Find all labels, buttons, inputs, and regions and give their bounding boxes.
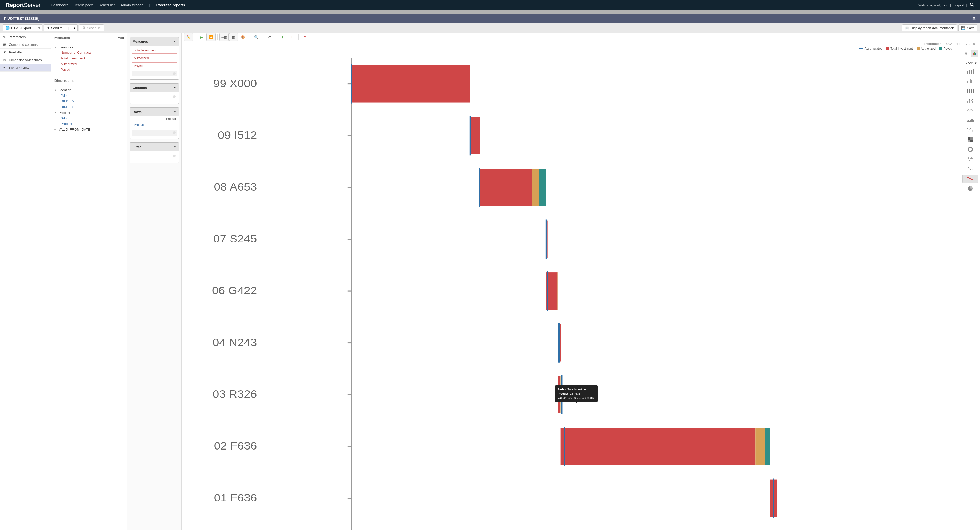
row-pill[interactable]: Product: [132, 121, 177, 128]
sidebar-item-prefilter[interactable]: ▼ Pre-Filter: [0, 49, 51, 56]
svg-point-109: [969, 168, 969, 169]
charttype-bar-icon[interactable]: [962, 67, 978, 75]
dropzone-columns[interactable]: Columns▼: [130, 83, 179, 104]
topbar: ReportServer Dashboard TeamSpace Schedul…: [0, 0, 980, 10]
svg-rect-115: [969, 178, 971, 179]
table-insert-icon[interactable]: ⇤▦: [220, 33, 229, 41]
send-to-caret[interactable]: ▾: [72, 24, 78, 31]
dropzone-empty-slot[interactable]: [132, 94, 177, 101]
svg-rect-41: [558, 272, 558, 310]
nav-scheduler[interactable]: Scheduler: [99, 3, 115, 7]
close-icon[interactable]: ✕: [972, 16, 976, 21]
charttype-stackedbar-icon[interactable]: [962, 87, 978, 95]
dropzone-header-filter[interactable]: Filter▼: [130, 143, 179, 152]
dimension-item[interactable]: Product: [54, 121, 124, 127]
dropzone-filter[interactable]: Filter▼: [130, 142, 179, 163]
topbar-right: Welcome, root, root | Logout |: [918, 2, 974, 8]
send-to-split: ⬆ Send to ... | ▾: [44, 24, 78, 31]
download-icon[interactable]: ⬇: [278, 33, 287, 41]
html-export-button[interactable]: 🌐 HTML-Export |: [3, 24, 36, 31]
svg-point-104: [968, 147, 972, 152]
svg-rect-55: [756, 428, 765, 465]
table-view-icon[interactable]: ▦: [962, 50, 969, 57]
svg-rect-88: [971, 89, 972, 93]
measure-pill[interactable]: Authorized: [132, 55, 177, 61]
play-icon[interactable]: ▶: [197, 33, 206, 41]
zoom-icon[interactable]: 🔍: [251, 33, 261, 41]
svg-rect-50: [560, 376, 560, 413]
charttype-histogram-icon[interactable]: [962, 77, 978, 85]
charttype-dot-icon[interactable]: [962, 126, 978, 134]
dropzone-header-measures[interactable]: Measures▼: [130, 37, 179, 46]
send-to-button[interactable]: ⬆ Send to ... |: [44, 24, 72, 31]
dropzone-empty-slot[interactable]: [132, 71, 177, 77]
sidebar-item-pivot[interactable]: 👁 Pivot/Preview: [0, 64, 51, 72]
dropzone-header-columns[interactable]: Columns▼: [130, 84, 179, 92]
dimension-item[interactable]: (All): [54, 93, 124, 99]
svg-rect-80: [972, 69, 974, 73]
nav-administration[interactable]: Administration: [121, 3, 143, 7]
edit-tool-icon[interactable]: ✏️: [184, 33, 193, 41]
export-dropdown[interactable]: Export ▾: [962, 60, 978, 65]
tag-icon[interactable]: 🏷: [265, 33, 274, 41]
tree-group-location[interactable]: ▼Location: [54, 88, 124, 93]
autoplay-icon[interactable]: ⏩: [206, 33, 216, 41]
svg-rect-82: [969, 80, 969, 83]
nav-teamspace[interactable]: TeamSpace: [74, 3, 93, 7]
table-icon[interactable]: ▦: [229, 33, 238, 41]
tree-group-measures[interactable]: ▼measures: [54, 45, 124, 50]
nav-executed-reports[interactable]: Executed reports: [156, 3, 185, 7]
dimension-item[interactable]: DIM1_L2: [54, 99, 124, 104]
charttype-waterfall-icon[interactable]: [962, 175, 978, 183]
charttype-area-icon[interactable]: [962, 116, 978, 124]
svg-point-108: [967, 170, 968, 171]
tree-group-validfrom[interactable]: ▶VALID_FROM_DATE: [54, 127, 124, 132]
svg-text:08 A653: 08 A653: [214, 181, 257, 193]
globe-icon: 🌐: [5, 26, 10, 30]
info-line: Information: 15:02 / 4 x 11 / 0.00s: [182, 41, 980, 47]
dropzone-measures[interactable]: Measures▼ Total Investment Authorized Pa…: [130, 37, 179, 80]
measure-item[interactable]: Total Investment: [54, 56, 124, 61]
charttype-bubble-icon[interactable]: [962, 155, 978, 163]
charttype-donut-icon[interactable]: [962, 145, 978, 153]
sidebar-item-computed[interactable]: ▦ Computed columns: [0, 41, 51, 49]
dropzone-empty-slot[interactable]: [132, 130, 177, 136]
sidebar-item-dimensions[interactable]: ⚛ Dimensions/Measures: [0, 56, 51, 64]
charttype-pie-icon[interactable]: [962, 184, 978, 193]
download-alt-icon[interactable]: ⬇: [287, 33, 297, 41]
measure-item[interactable]: Payed: [54, 67, 124, 72]
measure-item[interactable]: Number of Contracts: [54, 50, 124, 56]
svg-point-98: [968, 131, 969, 132]
html-export-caret[interactable]: ▾: [36, 24, 42, 31]
chart-view-icon[interactable]: [971, 50, 978, 57]
dropzone-empty-slot[interactable]: [132, 153, 177, 160]
display-doc-button[interactable]: 📖 Display report documentation: [902, 24, 957, 31]
dimension-item[interactable]: DIM1_L3: [54, 104, 124, 110]
measure-item[interactable]: Authorized: [54, 61, 124, 67]
dimension-item[interactable]: (All): [54, 115, 124, 121]
dropzone-rows[interactable]: Rows▼ Product Product: [130, 107, 179, 139]
refresh-icon[interactable]: ⟳: [301, 33, 310, 41]
dropzone-header-rows[interactable]: Rows▼: [130, 108, 179, 117]
legend-payed: Payed: [939, 47, 952, 50]
measure-pill[interactable]: Total Investment: [132, 47, 177, 54]
tree-group-product[interactable]: ▼Product: [54, 110, 124, 115]
svg-rect-85: [972, 81, 973, 83]
svg-rect-102: [970, 137, 973, 140]
sidebar-item-parameters[interactable]: ✎ Parameters: [0, 33, 51, 41]
save-button[interactable]: 💾 Save: [958, 24, 977, 31]
add-measure-button[interactable]: Add: [118, 36, 124, 40]
search-icon[interactable]: [970, 2, 974, 8]
nav-dashboard[interactable]: Dashboard: [51, 3, 68, 7]
charttype-scatter-icon[interactable]: [962, 165, 978, 173]
upload-icon: ⬆: [47, 26, 49, 30]
logout-link[interactable]: Logout: [953, 3, 964, 7]
style-icon[interactable]: 🎨: [239, 33, 248, 41]
measures-tree: ▼measures Number of Contracts Total Inve…: [51, 42, 127, 76]
charttype-combo-icon[interactable]: [962, 96, 978, 105]
charttype-line-icon[interactable]: [962, 106, 978, 115]
config-column: Measures▼ Total Investment Authorized Pa…: [127, 33, 182, 530]
charttype-heatmap-icon[interactable]: [962, 136, 978, 144]
welcome-text: Welcome, root, root: [918, 3, 947, 7]
measure-pill[interactable]: Payed: [132, 62, 177, 69]
